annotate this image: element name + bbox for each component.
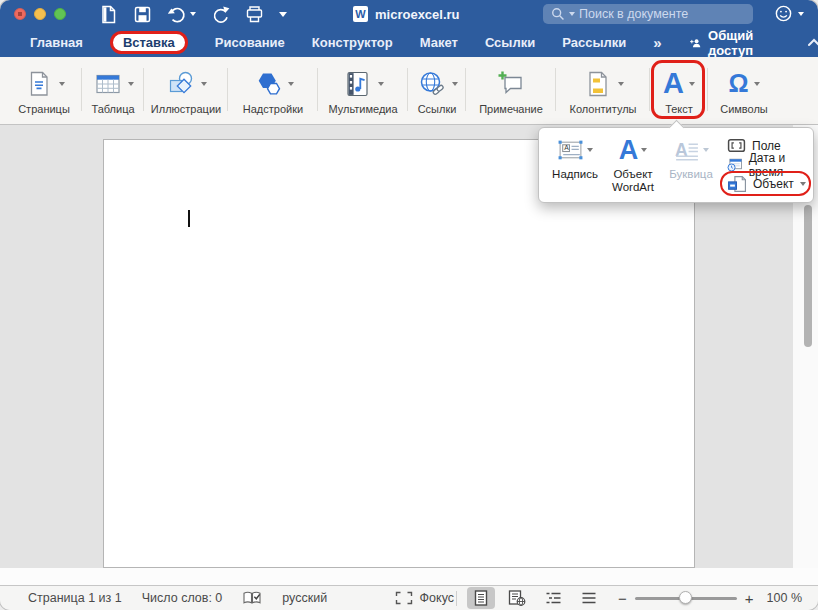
- dropdown-arrow-icon: [59, 82, 65, 86]
- focus-label: Фокус: [420, 591, 454, 605]
- ribbon-button-headers-footers[interactable]: Колонтитулы: [556, 57, 650, 124]
- text-cursor: [188, 210, 190, 227]
- zoom-slider-knob[interactable]: [679, 591, 692, 604]
- smiley-icon: [774, 4, 793, 23]
- ribbon-label-illustrations: Иллюстрации: [151, 104, 221, 118]
- ribbon-button-comment[interactable]: Примечание: [466, 57, 556, 124]
- ribbon-button-illustrations[interactable]: Иллюстрации: [144, 57, 228, 124]
- tab-draw[interactable]: Рисование: [215, 35, 285, 50]
- zoom-level[interactable]: 100 %: [767, 591, 802, 605]
- statusbar-divider: [456, 591, 457, 606]
- ribbon-button-addins[interactable]: Надстройки: [228, 57, 318, 124]
- new-document-button[interactable]: [99, 5, 118, 24]
- outline-view-icon: [545, 591, 562, 605]
- ribbon-button-table[interactable]: Таблица: [82, 57, 144, 124]
- ribbon-button-pages[interactable]: Страницы: [6, 57, 82, 124]
- undo-dropdown-arrow-icon[interactable]: [190, 12, 196, 16]
- undo-button[interactable]: [167, 5, 196, 23]
- object-icon: [727, 175, 747, 193]
- ribbon-collapse-button[interactable]: [807, 38, 818, 47]
- ribbon-label-media: Мультимедиа: [328, 104, 397, 118]
- addins-icon: [253, 69, 283, 99]
- chevron-down-icon: [279, 12, 287, 17]
- ribbon-label-links: Ссылки: [418, 104, 457, 118]
- dropdown-arrow-icon: [641, 148, 647, 152]
- redo-icon: [211, 5, 230, 24]
- web-layout-icon: [508, 590, 526, 606]
- undo-icon: [167, 5, 187, 23]
- spellcheck-status-button[interactable]: [242, 590, 262, 606]
- page-indicator[interactable]: Страница 1 из 1: [28, 591, 122, 605]
- menu-item-dropcap[interactable]: A Буквица: [663, 135, 719, 196]
- outline-view-button[interactable]: [539, 588, 568, 608]
- chevron-up-icon: [807, 38, 818, 47]
- focus-mode-button[interactable]: Фокус: [395, 591, 454, 605]
- traffic-lights: [14, 8, 66, 20]
- print-button[interactable]: [245, 5, 264, 24]
- save-button[interactable]: [133, 5, 152, 24]
- tab-references[interactable]: Ссылки: [485, 35, 535, 50]
- close-window-button[interactable]: [14, 8, 26, 20]
- menu-item-wordart[interactable]: A Объект WordArt: [605, 135, 661, 196]
- menu-small-items: Поле Дата и время: [727, 135, 807, 196]
- ribbon: Страницы Таблица И: [0, 57, 818, 125]
- maximize-window-button[interactable]: [54, 8, 66, 20]
- ribbon-button-links[interactable]: Ссылки: [408, 57, 466, 124]
- document-page[interactable]: [103, 139, 695, 568]
- dropdown-arrow-icon: [288, 82, 294, 86]
- text-icon: A: [663, 69, 684, 98]
- menu-item-textbox[interactable]: A Надпись: [547, 135, 603, 196]
- web-layout-view-button[interactable]: [502, 587, 532, 609]
- word-document-icon: W: [352, 5, 369, 23]
- zoom-out-button[interactable]: −: [618, 591, 627, 606]
- ribbon-button-media[interactable]: Мультимедиа: [318, 57, 408, 124]
- media-icon: [343, 69, 373, 99]
- illustrations-icon: [166, 69, 196, 99]
- search-input[interactable]: Поиск в документе: [543, 4, 753, 24]
- tab-mailings[interactable]: Рассылки: [562, 35, 626, 50]
- toolbar-overflow-button[interactable]: [279, 12, 287, 17]
- word-count[interactable]: Число слов: 0: [142, 591, 223, 605]
- tab-overflow-button[interactable]: »: [653, 34, 662, 51]
- horizontal-scrollbar-track[interactable]: [0, 568, 818, 585]
- zoom-slider[interactable]: [635, 597, 737, 600]
- svg-text:W: W: [355, 8, 366, 20]
- ribbon-label-headers-footers: Колонтитулы: [570, 104, 637, 118]
- draft-view-button[interactable]: [575, 588, 603, 608]
- dropdown-arrow-icon: [201, 82, 207, 86]
- tab-home[interactable]: Главная: [30, 35, 83, 50]
- ribbon-button-text[interactable]: A Текст: [650, 57, 708, 124]
- draft-view-icon: [581, 591, 597, 605]
- menu-item-datetime[interactable]: Дата и время: [727, 155, 807, 174]
- text-dropdown-menu: A Надпись A Объект WordArt: [538, 127, 814, 203]
- menu-item-object[interactable]: Объект: [727, 174, 807, 193]
- feedback-button[interactable]: [774, 4, 804, 23]
- tab-layout[interactable]: Макет: [420, 35, 458, 50]
- search-icon: [551, 7, 565, 21]
- search-placeholder: Поиск в документе: [579, 7, 688, 21]
- tab-design[interactable]: Конструктор: [312, 35, 393, 50]
- minimize-window-button[interactable]: [34, 8, 46, 20]
- redo-button[interactable]: [211, 5, 230, 24]
- document-title-text: microexcel.ru: [375, 7, 460, 22]
- dropdown-arrow-icon: [452, 82, 458, 86]
- print-layout-icon: [473, 590, 489, 606]
- statusbar: Страница 1 из 1 Число слов: 0 русский Фо…: [0, 585, 818, 610]
- scrollbar-thumb[interactable]: [804, 205, 812, 347]
- menu-label-textbox: Надпись: [552, 168, 598, 181]
- ribbon-label-addins: Надстройки: [243, 104, 303, 118]
- zoom-in-button[interactable]: +: [745, 591, 754, 606]
- ribbon-label-comment: Примечание: [479, 104, 543, 118]
- menu-large-items: A Надпись A Объект WordArt: [547, 135, 719, 196]
- print-layout-view-button[interactable]: [467, 587, 495, 609]
- language-button[interactable]: русский: [282, 591, 327, 605]
- ribbon-label-text: Текст: [665, 104, 693, 118]
- ribbon-button-symbols[interactable]: Ω Символы: [708, 57, 780, 124]
- header-footer-icon: [583, 69, 613, 99]
- pages-icon: [24, 69, 54, 99]
- tab-insert[interactable]: Вставка: [110, 31, 188, 54]
- table-icon: [93, 69, 123, 99]
- share-button[interactable]: Общий доступ: [690, 28, 762, 58]
- word-window: W microexcel.ru Поиск в документе Главна…: [0, 0, 818, 610]
- ribbon-label-symbols: Символы: [720, 104, 768, 118]
